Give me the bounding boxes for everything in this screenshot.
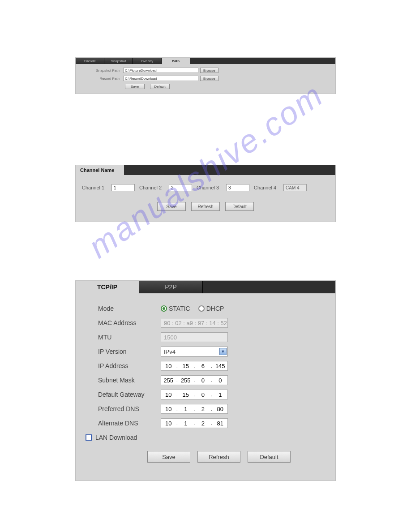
- channel-default-button[interactable]: Default: [225, 202, 254, 211]
- ip-octet[interactable]: [213, 420, 228, 427]
- mtu-label: MTU: [98, 334, 161, 341]
- channel4-input[interactable]: [283, 184, 307, 191]
- channel2-input[interactable]: [169, 184, 192, 191]
- snapshot-path-input[interactable]: [123, 68, 198, 73]
- alternate-dns-label: Alternate DNS: [98, 420, 161, 427]
- record-path-browse-button[interactable]: Browse: [200, 76, 218, 81]
- default-gateway-label: Default Gateway: [98, 391, 161, 398]
- ip-octet[interactable]: [213, 391, 228, 398]
- ip-version-select[interactable]: IPv4 ▼: [161, 347, 228, 356]
- ip-octet[interactable]: [196, 420, 210, 427]
- tab-snapshot[interactable]: Snapshot: [104, 58, 133, 64]
- tab-encode[interactable]: Encode: [76, 58, 104, 64]
- tcpip-refresh-button[interactable]: Refresh: [197, 451, 240, 463]
- mac-address-value: 90 : 02 : a9 : 97 : 14 : 52: [161, 318, 228, 328]
- record-path-input[interactable]: [123, 76, 198, 81]
- ip-octet[interactable]: [196, 377, 210, 384]
- tab-p2p[interactable]: P2P: [139, 281, 203, 293]
- mode-dhcp-label: DHCP: [206, 305, 224, 312]
- channel2-label: Channel 2: [139, 185, 164, 190]
- ip-version-value: IPv4: [164, 348, 176, 355]
- mtu-value: 1500: [161, 332, 228, 342]
- channel3-label: Channel 3: [197, 185, 222, 190]
- ip-octet[interactable]: [161, 406, 176, 412]
- ip-octet[interactable]: [196, 363, 210, 369]
- tcpip-tabs: TCP/IP P2P: [76, 281, 335, 293]
- ip-octet[interactable]: [161, 363, 176, 369]
- ip-octet[interactable]: [179, 420, 193, 427]
- ip-octet[interactable]: [179, 363, 193, 369]
- channel3-input[interactable]: [226, 184, 249, 191]
- ip-octet[interactable]: [179, 391, 193, 398]
- alternate-dns-input[interactable]: . . .: [161, 418, 228, 428]
- chevron-down-icon: ▼: [219, 348, 227, 355]
- ip-octet[interactable]: [196, 406, 210, 412]
- path-default-button[interactable]: Default: [150, 84, 170, 89]
- lan-download-label: LAN Download: [95, 434, 137, 441]
- ip-version-label: IP Version: [98, 348, 161, 355]
- subnet-mask-label: Subnet Mask: [98, 377, 161, 384]
- channel4-label: Channel 4: [254, 185, 279, 190]
- mac-address-label: MAC Address: [98, 319, 161, 326]
- tab-overlay[interactable]: Overlay: [133, 58, 162, 64]
- channel-name-panel: Channel Name Channel 1 Channel 2 Channel…: [75, 165, 336, 222]
- channel-refresh-button[interactable]: Refresh: [191, 202, 220, 211]
- path-save-button[interactable]: Save: [125, 84, 145, 89]
- lan-download-checkbox[interactable]: LAN Download: [86, 434, 326, 441]
- tcpip-save-button[interactable]: Save: [147, 451, 190, 463]
- ip-octet[interactable]: [161, 420, 176, 427]
- radio-unselected-icon: [198, 305, 205, 312]
- ip-octet[interactable]: [213, 406, 228, 412]
- path-tabs: Encode Snapshot Overlay Path: [76, 58, 335, 64]
- tab-path[interactable]: Path: [162, 58, 190, 64]
- mode-static-label: STATIC: [169, 305, 190, 312]
- channel1-input[interactable]: [111, 184, 135, 191]
- ip-octet[interactable]: [196, 391, 210, 398]
- mode-static-radio[interactable]: STATIC: [161, 305, 190, 312]
- ip-octet[interactable]: [179, 377, 193, 384]
- ip-octet[interactable]: [179, 406, 193, 412]
- ip-octet[interactable]: [213, 363, 228, 369]
- preferred-dns-input[interactable]: . . .: [161, 404, 228, 414]
- tcpip-panel: TCP/IP P2P Mode STATIC DHCP MAC Add: [75, 280, 336, 481]
- channel-tabs: Channel Name: [76, 165, 335, 175]
- mode-label: Mode: [98, 305, 161, 312]
- radio-selected-icon: [161, 305, 167, 312]
- path-panel: Encode Snapshot Overlay Path Snapshot Pa…: [75, 57, 336, 94]
- snapshot-path-browse-button[interactable]: Browse: [200, 68, 218, 73]
- default-gateway-input[interactable]: . . .: [161, 390, 228, 399]
- checkbox-icon: [86, 434, 92, 441]
- ip-octet[interactable]: [161, 391, 176, 398]
- ip-octet[interactable]: [213, 377, 228, 384]
- ip-octet[interactable]: [161, 377, 176, 384]
- record-path-label: Record Path: [76, 77, 123, 81]
- snapshot-path-label: Snapshot Path: [76, 69, 123, 73]
- tcpip-default-button[interactable]: Default: [248, 451, 291, 463]
- channel-save-button[interactable]: Save: [157, 202, 186, 211]
- channel1-label: Channel 1: [82, 185, 107, 190]
- tab-channel-name[interactable]: Channel Name: [76, 165, 124, 175]
- subnet-mask-input[interactable]: . . .: [161, 375, 228, 385]
- preferred-dns-label: Preferred DNS: [98, 405, 161, 412]
- ip-address-label: IP Address: [98, 362, 161, 369]
- ip-address-input[interactable]: . . .: [161, 361, 228, 371]
- mode-dhcp-radio[interactable]: DHCP: [198, 305, 224, 312]
- tab-tcpip[interactable]: TCP/IP: [76, 281, 139, 293]
